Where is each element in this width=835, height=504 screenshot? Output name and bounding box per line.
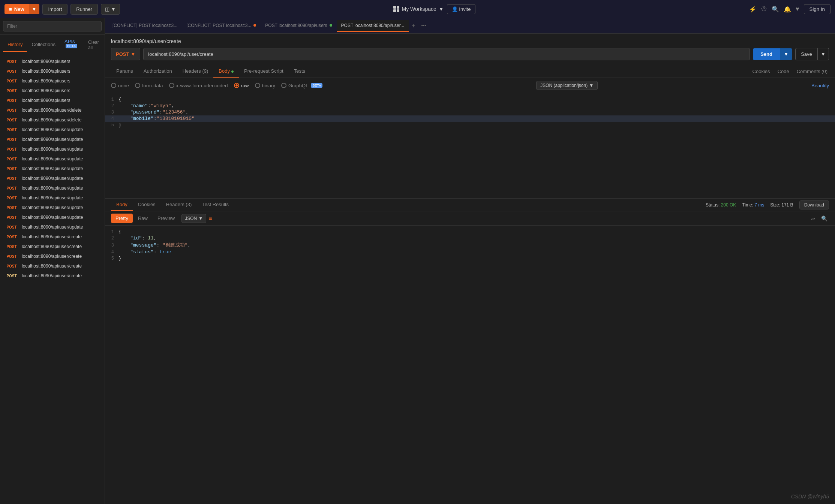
graphql-beta-badge: BETA — [311, 83, 322, 88]
method-badge: POST — [4, 274, 19, 278]
heart-icon[interactable]: ♥ — [796, 6, 799, 12]
response-json-format[interactable]: JSON ▼ — [181, 214, 206, 223]
json-chevron-icon: ▼ — [198, 216, 203, 221]
collections-tab[interactable]: Collections — [27, 38, 60, 52]
search-input[interactable] — [3, 21, 102, 31]
cookie-icon[interactable]: 🟕 — [761, 6, 767, 12]
code-content: { — [118, 229, 835, 235]
runner-button[interactable]: Runner — [70, 4, 98, 15]
list-item[interactable]: POSTlocalhost:8090/api/user/delete — [0, 115, 105, 125]
resp-tab-body[interactable]: Body — [111, 199, 133, 211]
apis-tab[interactable]: APIs BETA — [60, 35, 87, 55]
list-item[interactable]: POSTlocalhost:8090/api/user/update — [0, 203, 105, 212]
list-item[interactable]: POSTlocalhost:8090/api/user/update — [0, 222, 105, 232]
line-number: 5 — [105, 123, 118, 128]
pretty-tab-raw[interactable]: Raw — [133, 214, 152, 223]
method-badge: POST — [4, 196, 19, 200]
add-tab-button[interactable]: + — [409, 19, 418, 32]
method-badge: POST — [4, 69, 19, 74]
list-item[interactable]: POSTlocalhost:8090/api/user/create — [0, 271, 105, 281]
save-dropdown-button[interactable]: ▼ — [818, 48, 829, 60]
tab-item[interactable]: POST localhost:8090/api/user... — [337, 20, 409, 32]
tab-authorization[interactable]: Authorization — [138, 65, 177, 78]
list-item[interactable]: POSTlocalhost:8090/api/user/update — [0, 125, 105, 135]
option-graphql[interactable]: GraphQL BETA — [281, 83, 322, 88]
tab-comments[interactable]: Comments (0) — [795, 66, 829, 77]
list-item[interactable]: POSTlocalhost:8090/api/users — [0, 76, 105, 86]
list-item[interactable]: POSTlocalhost:8090/api/user/update — [0, 173, 105, 183]
new-dropdown-arrow[interactable]: ▼ — [29, 4, 40, 14]
tab-label: POST localhost:8090/api/users — [265, 23, 327, 28]
option-raw[interactable]: raw — [234, 83, 249, 88]
list-item[interactable]: POSTlocalhost:8090/api/user/update — [0, 164, 105, 173]
list-item[interactable]: POSTlocalhost:8090/api/users — [0, 57, 105, 66]
send-dropdown-button[interactable]: ▼ — [780, 48, 792, 60]
sign-in-button[interactable]: Sign In — [804, 4, 831, 14]
send-button[interactable]: Send — [753, 48, 780, 60]
item-url: localhost:8090/api/users — [22, 59, 70, 64]
invite-button[interactable]: 👤 Invite — [447, 4, 476, 14]
list-item[interactable]: POSTlocalhost:8090/api/users — [0, 86, 105, 96]
url-input[interactable] — [143, 48, 750, 60]
list-item[interactable]: POSTlocalhost:8090/api/user/update — [0, 183, 105, 193]
item-url: localhost:8090/api/user/update — [22, 156, 83, 162]
status-ok-value: 200 OK — [721, 202, 736, 208]
tab-body[interactable]: Body — [213, 65, 239, 78]
list-item[interactable]: POSTlocalhost:8090/api/user/create — [0, 232, 105, 242]
download-button[interactable]: Download — [799, 200, 829, 209]
list-item[interactable]: POSTlocalhost:8090/api/user/create — [0, 261, 105, 271]
req-tabs-right: Cookies Code Comments (0) — [751, 66, 829, 77]
response-tabs-bar: Body Cookies Headers (3) Test Results St… — [105, 199, 835, 211]
pretty-tab-preview[interactable]: Preview — [153, 214, 179, 223]
list-item[interactable]: POSTlocalhost:8090/api/user/create — [0, 242, 105, 251]
copy-icon[interactable]: ▱ — [810, 214, 817, 223]
code-content: { — [118, 97, 835, 102]
history-tab[interactable]: History — [3, 38, 27, 52]
request-row: POST ▼ Send ▼ Save ▼ — [111, 48, 829, 60]
filter-icon[interactable]: ≡ — [208, 215, 212, 222]
tab-item[interactable]: POST localhost:8090/api/users — [261, 20, 336, 32]
bell-icon[interactable]: 🔔 — [784, 6, 791, 13]
plus-menu-button[interactable]: ◫ ▼ — [101, 4, 120, 15]
resp-tab-headers[interactable]: Headers (3) — [161, 199, 197, 211]
tab-tests[interactable]: Tests — [289, 65, 310, 78]
option-form-data[interactable]: form-data — [135, 83, 163, 88]
lightning-icon[interactable]: ⚡ — [749, 6, 757, 13]
item-url: localhost:8090/api/user/update — [22, 137, 83, 142]
search-icon[interactable]: 🔍 — [772, 6, 779, 13]
method-select[interactable]: POST ▼ — [111, 48, 140, 60]
tab-pre-request[interactable]: Pre-request Script — [239, 65, 289, 78]
pretty-tab-pretty[interactable]: Pretty — [111, 214, 133, 223]
option-binary[interactable]: binary — [255, 83, 275, 88]
list-item[interactable]: POSTlocalhost:8090/api/user/create — [0, 251, 105, 261]
more-tabs-button[interactable]: ••• — [418, 20, 429, 31]
tab-item[interactable]: [CONFLICT] POST localhost:3... — [182, 20, 261, 32]
import-button[interactable]: Import — [42, 4, 67, 15]
list-item[interactable]: POSTlocalhost:8090/api/user/update — [0, 135, 105, 144]
list-item[interactable]: POSTlocalhost:8090/api/user/delete — [0, 105, 105, 115]
workspace-button[interactable]: My Workspace ▼ — [393, 6, 444, 12]
tab-item[interactable]: [CONFLICT] POST localhost:3... — [108, 20, 182, 32]
tab-params[interactable]: Params — [111, 65, 138, 78]
list-item[interactable]: POSTlocalhost:8090/api/user/update — [0, 212, 105, 222]
tab-code[interactable]: Code — [776, 66, 791, 77]
search-resp-icon[interactable]: 🔍 — [820, 214, 829, 223]
list-item[interactable]: POSTlocalhost:8090/api/user/update — [0, 154, 105, 164]
code-line: 1{ — [105, 229, 835, 235]
list-item[interactable]: POSTlocalhost:8090/api/users — [0, 66, 105, 76]
list-item[interactable]: POSTlocalhost:8090/api/users — [0, 96, 105, 105]
request-tabs: Params Authorization Headers (9) Body Pr… — [105, 65, 835, 78]
list-item[interactable]: POSTlocalhost:8090/api/user/update — [0, 193, 105, 203]
tab-headers[interactable]: Headers (9) — [177, 65, 214, 78]
json-format-button[interactable]: JSON (application/json) ▼ — [536, 81, 598, 90]
option-none[interactable]: none — [111, 83, 129, 88]
resp-tab-cookies[interactable]: Cookies — [133, 199, 161, 211]
resp-tab-test-results[interactable]: Test Results — [197, 199, 234, 211]
list-item[interactable]: POSTlocalhost:8090/api/user/update — [0, 144, 105, 154]
option-urlencoded[interactable]: x-www-form-urlencoded — [169, 83, 228, 88]
save-button[interactable]: Save — [795, 48, 818, 60]
new-button[interactable]: ■ New ▼ — [4, 4, 39, 14]
clear-all-button[interactable]: Clear all — [87, 38, 102, 52]
tab-cookies[interactable]: Cookies — [751, 66, 772, 77]
beautify-button[interactable]: Beautify — [811, 83, 829, 88]
